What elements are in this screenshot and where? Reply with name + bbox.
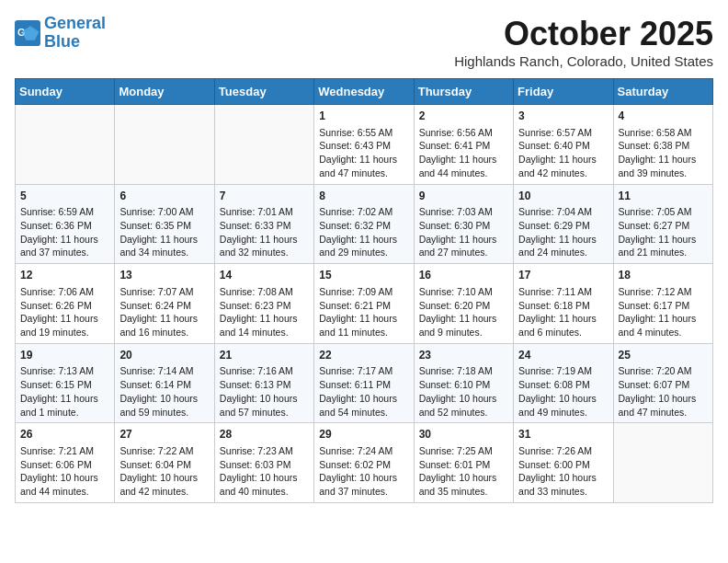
calendar-cell: 13Sunrise: 7:07 AM Sunset: 6:24 PM Dayli… bbox=[115, 264, 214, 344]
cell-content: Sunrise: 7:19 AM Sunset: 6:08 PM Dayligh… bbox=[518, 364, 608, 419]
day-number: 17 bbox=[518, 268, 608, 283]
day-number: 15 bbox=[319, 268, 408, 283]
calendar-cell: 25Sunrise: 7:20 AM Sunset: 6:07 PM Dayli… bbox=[613, 343, 712, 423]
logo-text-line1: General bbox=[44, 15, 106, 33]
cell-content: Sunrise: 7:24 AM Sunset: 6:02 PM Dayligh… bbox=[319, 444, 408, 499]
cell-content: Sunrise: 7:08 AM Sunset: 6:23 PM Dayligh… bbox=[220, 285, 309, 339]
cell-content: Sunrise: 7:03 AM Sunset: 6:30 PM Dayligh… bbox=[419, 205, 508, 259]
calendar-cell: 16Sunrise: 7:10 AM Sunset: 6:20 PM Dayli… bbox=[414, 264, 513, 344]
calendar-cell bbox=[115, 105, 214, 185]
day-number: 29 bbox=[319, 427, 408, 442]
cell-content: Sunrise: 7:17 AM Sunset: 6:11 PM Dayligh… bbox=[319, 364, 408, 419]
cell-content: Sunrise: 7:05 AM Sunset: 6:27 PM Dayligh… bbox=[619, 205, 708, 259]
day-number: 24 bbox=[518, 348, 608, 363]
day-number: 3 bbox=[518, 109, 608, 124]
page-header: G General Blue October 2025 Highlands Ra… bbox=[15, 15, 713, 69]
cell-content: Sunrise: 7:07 AM Sunset: 6:24 PM Dayligh… bbox=[119, 285, 209, 339]
calendar-cell: 9Sunrise: 7:03 AM Sunset: 6:30 PM Daylig… bbox=[414, 184, 513, 264]
day-number: 7 bbox=[220, 189, 309, 204]
day-number: 22 bbox=[319, 348, 408, 363]
calendar-cell: 14Sunrise: 7:08 AM Sunset: 6:23 PM Dayli… bbox=[214, 264, 313, 344]
day-number: 31 bbox=[518, 427, 608, 442]
day-number: 16 bbox=[419, 268, 508, 283]
calendar-cell: 31Sunrise: 7:26 AM Sunset: 6:00 PM Dayli… bbox=[514, 423, 613, 503]
cell-content: Sunrise: 7:09 AM Sunset: 6:21 PM Dayligh… bbox=[319, 285, 408, 339]
calendar-cell: 28Sunrise: 7:23 AM Sunset: 6:03 PM Dayli… bbox=[214, 423, 313, 503]
week-row-4: 19Sunrise: 7:13 AM Sunset: 6:15 PM Dayli… bbox=[16, 343, 713, 423]
cell-content: Sunrise: 7:14 AM Sunset: 6:14 PM Dayligh… bbox=[119, 364, 209, 419]
location: Highlands Ranch, Colorado, United States bbox=[454, 53, 713, 69]
weekday-header-wednesday: Wednesday bbox=[314, 79, 414, 105]
cell-content: Sunrise: 6:57 AM Sunset: 6:40 PM Dayligh… bbox=[518, 126, 608, 180]
weekday-header-thursday: Thursday bbox=[414, 79, 513, 105]
cell-content: Sunrise: 7:18 AM Sunset: 6:10 PM Dayligh… bbox=[419, 364, 508, 419]
week-row-3: 12Sunrise: 7:06 AM Sunset: 6:26 PM Dayli… bbox=[16, 264, 713, 344]
logo-text-line2: Blue bbox=[44, 33, 106, 52]
cell-content: Sunrise: 7:13 AM Sunset: 6:15 PM Dayligh… bbox=[20, 364, 109, 419]
day-number: 30 bbox=[419, 427, 508, 442]
cell-content: Sunrise: 7:25 AM Sunset: 6:01 PM Dayligh… bbox=[419, 444, 508, 499]
day-number: 23 bbox=[419, 348, 508, 363]
weekday-header-friday: Friday bbox=[514, 79, 613, 105]
week-row-1: 1Sunrise: 6:55 AM Sunset: 6:43 PM Daylig… bbox=[16, 105, 713, 185]
weekday-header-row: SundayMondayTuesdayWednesdayThursdayFrid… bbox=[16, 79, 713, 105]
day-number: 27 bbox=[119, 427, 209, 442]
month-title: October 2025 bbox=[454, 15, 713, 53]
calendar-cell: 10Sunrise: 7:04 AM Sunset: 6:29 PM Dayli… bbox=[514, 184, 613, 264]
calendar-cell: 29Sunrise: 7:24 AM Sunset: 6:02 PM Dayli… bbox=[314, 423, 414, 503]
logo-icon: G bbox=[15, 20, 40, 46]
day-number: 10 bbox=[518, 189, 608, 204]
title-block: October 2025 Highlands Ranch, Colorado, … bbox=[454, 15, 713, 69]
cell-content: Sunrise: 6:58 AM Sunset: 6:38 PM Dayligh… bbox=[619, 126, 708, 180]
cell-content: Sunrise: 7:22 AM Sunset: 6:04 PM Dayligh… bbox=[119, 444, 209, 499]
week-row-2: 5Sunrise: 6:59 AM Sunset: 6:36 PM Daylig… bbox=[16, 184, 713, 264]
calendar-cell: 27Sunrise: 7:22 AM Sunset: 6:04 PM Dayli… bbox=[115, 423, 214, 503]
cell-content: Sunrise: 7:16 AM Sunset: 6:13 PM Dayligh… bbox=[220, 364, 309, 419]
day-number: 25 bbox=[619, 348, 708, 363]
calendar-cell bbox=[214, 105, 313, 185]
day-number: 28 bbox=[220, 427, 309, 442]
day-number: 21 bbox=[220, 348, 309, 363]
day-number: 14 bbox=[220, 268, 309, 283]
calendar-cell: 4Sunrise: 6:58 AM Sunset: 6:38 PM Daylig… bbox=[613, 105, 712, 185]
cell-content: Sunrise: 6:56 AM Sunset: 6:41 PM Dayligh… bbox=[419, 126, 508, 180]
calendar-cell: 21Sunrise: 7:16 AM Sunset: 6:13 PM Dayli… bbox=[214, 343, 313, 423]
cell-content: Sunrise: 7:12 AM Sunset: 6:17 PM Dayligh… bbox=[619, 285, 708, 339]
calendar-cell bbox=[16, 105, 115, 185]
calendar-cell: 22Sunrise: 7:17 AM Sunset: 6:11 PM Dayli… bbox=[314, 343, 414, 423]
calendar-cell: 11Sunrise: 7:05 AM Sunset: 6:27 PM Dayli… bbox=[613, 184, 712, 264]
calendar-cell: 19Sunrise: 7:13 AM Sunset: 6:15 PM Dayli… bbox=[16, 343, 115, 423]
cell-content: Sunrise: 7:00 AM Sunset: 6:35 PM Dayligh… bbox=[119, 205, 209, 259]
calendar-cell: 17Sunrise: 7:11 AM Sunset: 6:18 PM Dayli… bbox=[514, 264, 613, 344]
calendar-cell: 2Sunrise: 6:56 AM Sunset: 6:41 PM Daylig… bbox=[414, 105, 513, 185]
weekday-header-monday: Monday bbox=[115, 79, 214, 105]
cell-content: Sunrise: 7:21 AM Sunset: 6:06 PM Dayligh… bbox=[20, 444, 109, 499]
calendar-cell: 24Sunrise: 7:19 AM Sunset: 6:08 PM Dayli… bbox=[514, 343, 613, 423]
calendar-cell: 26Sunrise: 7:21 AM Sunset: 6:06 PM Dayli… bbox=[16, 423, 115, 503]
day-number: 2 bbox=[419, 109, 508, 124]
calendar-cell: 20Sunrise: 7:14 AM Sunset: 6:14 PM Dayli… bbox=[115, 343, 214, 423]
day-number: 26 bbox=[20, 427, 109, 442]
cell-content: Sunrise: 7:01 AM Sunset: 6:33 PM Dayligh… bbox=[220, 205, 309, 259]
day-number: 6 bbox=[119, 189, 209, 204]
week-row-5: 26Sunrise: 7:21 AM Sunset: 6:06 PM Dayli… bbox=[16, 423, 713, 503]
calendar-cell: 23Sunrise: 7:18 AM Sunset: 6:10 PM Dayli… bbox=[414, 343, 513, 423]
day-number: 20 bbox=[119, 348, 209, 363]
calendar-cell: 18Sunrise: 7:12 AM Sunset: 6:17 PM Dayli… bbox=[613, 264, 712, 344]
cell-content: Sunrise: 7:06 AM Sunset: 6:26 PM Dayligh… bbox=[20, 285, 109, 339]
cell-content: Sunrise: 6:55 AM Sunset: 6:43 PM Dayligh… bbox=[319, 126, 408, 180]
calendar-cell: 3Sunrise: 6:57 AM Sunset: 6:40 PM Daylig… bbox=[514, 105, 613, 185]
day-number: 4 bbox=[619, 109, 708, 124]
cell-content: Sunrise: 7:26 AM Sunset: 6:00 PM Dayligh… bbox=[518, 444, 608, 499]
day-number: 1 bbox=[319, 109, 408, 124]
weekday-header-tuesday: Tuesday bbox=[214, 79, 313, 105]
calendar-cell: 30Sunrise: 7:25 AM Sunset: 6:01 PM Dayli… bbox=[414, 423, 513, 503]
day-number: 8 bbox=[319, 189, 408, 204]
cell-content: Sunrise: 7:10 AM Sunset: 6:20 PM Dayligh… bbox=[419, 285, 508, 339]
calendar-cell: 12Sunrise: 7:06 AM Sunset: 6:26 PM Dayli… bbox=[16, 264, 115, 344]
cell-content: Sunrise: 7:23 AM Sunset: 6:03 PM Dayligh… bbox=[220, 444, 309, 499]
calendar-table: SundayMondayTuesdayWednesdayThursdayFrid… bbox=[15, 78, 713, 503]
calendar-cell bbox=[613, 423, 712, 503]
calendar-cell: 6Sunrise: 7:00 AM Sunset: 6:35 PM Daylig… bbox=[115, 184, 214, 264]
calendar-cell: 5Sunrise: 6:59 AM Sunset: 6:36 PM Daylig… bbox=[16, 184, 115, 264]
